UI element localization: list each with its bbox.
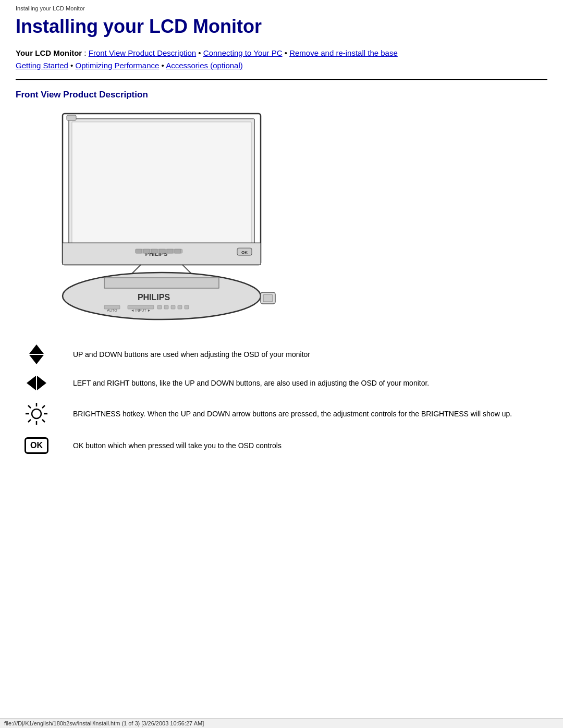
browser-tab: Installing your LCD Monitor <box>16 5 547 11</box>
link-optimizing[interactable]: Optimizing Performance <box>76 61 160 70</box>
leftright-row: LEFT and RIGHT buttons, like the UP and … <box>16 376 547 390</box>
brightness-row: BRIGHTNESS hotkey. When the UP and DOWN … <box>16 402 547 426</box>
svg-text:PHILIPS: PHILIPS <box>138 293 170 302</box>
section-title: Front View Product Description <box>16 90 547 100</box>
ok-icon-cell: OK <box>16 437 57 454</box>
updown-description: UP and DOWN buttons are used when adjust… <box>73 349 547 360</box>
updown-arrows-icon <box>29 344 44 364</box>
monitor-image: PHILIPS OK PHILIPS AUTO ◄ INPUT ► <box>31 108 292 329</box>
updown-row: UP and DOWN buttons are used when adjust… <box>16 344 547 364</box>
intro-paragraph: Your LCD Monitor : Front View Product De… <box>16 47 547 72</box>
link-accessories[interactable]: Accessories (optional) <box>166 61 243 70</box>
svg-rect-2 <box>72 122 251 245</box>
brightness-description: BRIGHTNESS hotkey. When the UP and DOWN … <box>73 409 547 419</box>
svg-rect-25 <box>164 305 168 309</box>
svg-rect-23 <box>128 305 154 309</box>
monitor-svg: PHILIPS OK PHILIPS AUTO ◄ INPUT ► <box>31 108 292 327</box>
svg-line-36 <box>42 419 45 422</box>
updown-icon-cell <box>16 344 57 364</box>
status-bar: file:///D|/K1/english/180b2sw/install/in… <box>0 718 563 728</box>
svg-rect-8 <box>143 249 150 253</box>
svg-rect-11 <box>167 249 173 253</box>
svg-rect-9 <box>151 249 157 253</box>
brightness-icon-cell <box>16 402 57 426</box>
svg-text:OK: OK <box>241 250 248 255</box>
svg-rect-12 <box>175 249 181 253</box>
svg-rect-27 <box>178 305 182 309</box>
button-descriptions: UP and DOWN buttons are used when adjust… <box>16 344 547 454</box>
arrow-up-icon <box>29 344 44 354</box>
ok-row: OK OK button which when pressed will tak… <box>16 437 547 454</box>
svg-line-35 <box>28 405 31 408</box>
intro-label: Your LCD Monitor <box>16 48 82 57</box>
svg-rect-3 <box>67 115 76 120</box>
svg-point-39 <box>32 409 41 418</box>
svg-rect-18 <box>104 278 219 288</box>
svg-rect-10 <box>159 249 165 253</box>
ok-button-icon: OK <box>25 437 48 454</box>
svg-rect-26 <box>171 305 175 309</box>
link-front-view[interactable]: Front View Product Description <box>89 48 196 57</box>
svg-rect-24 <box>157 305 162 309</box>
ok-description: OK button which when pressed will take y… <box>73 440 547 451</box>
leftright-arrows-icon <box>27 376 46 390</box>
arrow-left-icon <box>27 376 36 390</box>
leftright-description: LEFT and RIGHT buttons, like the UP and … <box>73 378 547 389</box>
svg-rect-21 <box>104 305 120 309</box>
svg-line-37 <box>42 405 45 408</box>
page-title: Installing your LCD Monitor <box>16 16 547 38</box>
svg-rect-28 <box>185 305 189 309</box>
leftright-icon-cell <box>16 376 57 390</box>
arrow-right-icon <box>37 376 46 390</box>
svg-line-38 <box>28 419 31 422</box>
arrow-down-icon <box>29 355 44 364</box>
link-remove[interactable]: Remove and re-install the base <box>289 48 398 57</box>
svg-rect-7 <box>136 249 142 253</box>
link-connecting[interactable]: Connecting to Your PC <box>203 48 283 57</box>
link-getting-started[interactable]: Getting Started <box>16 61 68 70</box>
brightness-sun-icon <box>25 402 48 426</box>
section-divider <box>16 79 547 80</box>
svg-rect-30 <box>263 294 273 302</box>
